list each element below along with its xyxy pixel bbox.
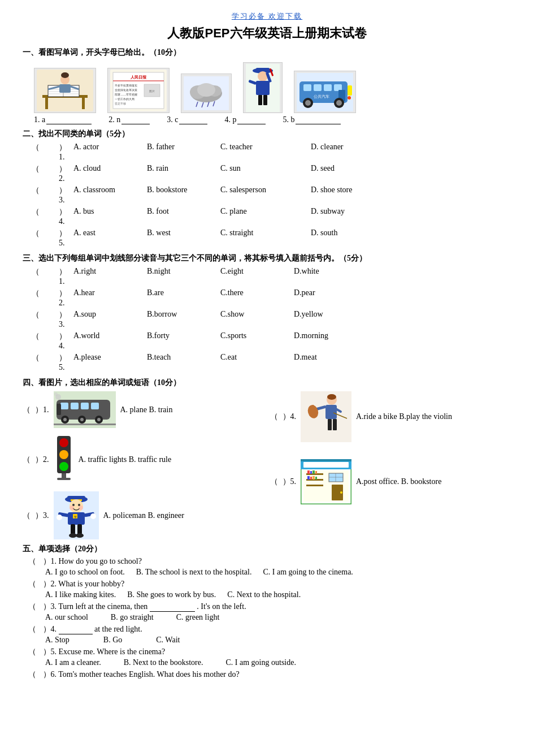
q2-paren: （: [23, 455, 31, 465]
svg-point-135: [340, 491, 342, 494]
svg-rect-103: [71, 524, 75, 534]
q3-options: A. policeman B. engineer: [103, 511, 184, 520]
q3-paren-left: （: [28, 602, 36, 612]
svg-rect-10: [59, 84, 71, 93]
svg-point-106: [76, 533, 84, 538]
q5-num: ）5.: [283, 477, 297, 487]
svg-rect-120: [301, 459, 351, 461]
q4-paren: （: [270, 412, 278, 422]
q6-space: [38, 670, 41, 679]
section4-left: （ ）1.: [23, 391, 264, 539]
q2-space: [38, 580, 41, 589]
q3-num-label: ）3. Turn left at the cinema, then . It's…: [43, 602, 246, 612]
section1-images: 人民日报 不折不扣贯彻落实 全面深化改革决策 部署——牢牢把握 一切工作的大局 …: [34, 62, 511, 113]
pic-q1: （ ）1.: [23, 391, 264, 428]
q6-paren-left: （: [28, 669, 36, 680]
q6-line: （ ）6. Tom's mother teaches English. What…: [28, 669, 511, 680]
table-row: （ ）4. A. bus B. foot C. plane D. subway: [28, 206, 356, 227]
svg-rect-121: [303, 462, 349, 468]
svg-rect-132: [312, 476, 315, 479]
svg-point-83: [59, 450, 68, 459]
svg-rect-47: [314, 84, 322, 91]
svg-point-13: [61, 72, 69, 78]
section1-fill: 1. a 2. n 3. c 4. p 5. b: [34, 115, 511, 124]
fill3: 3. c: [167, 115, 207, 124]
svg-rect-129: [315, 471, 317, 474]
svg-rect-48: [324, 84, 332, 91]
q5-a: A. I am a cleaner.: [45, 658, 101, 667]
section2-questions: （ ）1. A. actor B. father C. teacher D. c…: [28, 141, 356, 249]
sc-q2: （ ）2. What is your hobby? A. I like maki…: [28, 579, 511, 599]
svg-point-66: [63, 418, 67, 421]
svg-rect-133: [315, 477, 317, 479]
svg-rect-3: [82, 98, 85, 109]
svg-point-94: [70, 506, 74, 510]
table-row: （ ）5. A.please B.teach C.eat D.meat: [28, 352, 332, 373]
svg-rect-42: [258, 95, 262, 105]
img3: [181, 74, 232, 113]
q1-b: B. The school is next to the hospital.: [136, 568, 252, 577]
q1-paren: （: [23, 405, 31, 415]
main-title: 人教版PEP六年级英语上册期末试卷: [23, 25, 511, 42]
q4-c: C. Wait: [156, 636, 180, 645]
svg-point-70: [97, 418, 101, 421]
svg-rect-130: [307, 476, 310, 479]
img-policeman-cartoon: 警: [54, 491, 99, 539]
table-row: （ ）1. A.right B.night C.eight D.white: [28, 266, 332, 287]
svg-rect-126: [307, 470, 310, 474]
sc-q5: （ ）5. Excuse me. Where is the cinema? A.…: [28, 647, 511, 667]
pic-q2: （ ）2. A. traffic lights B. traffic rule: [23, 436, 264, 483]
sc-q1: （ ）1. How do you go to school? A. I go t…: [28, 556, 511, 577]
svg-point-54: [336, 100, 342, 106]
q5-paren-left: （: [28, 647, 36, 657]
table-row: （ ）4. A.world B.forty C.sports D.morning: [28, 330, 332, 352]
svg-rect-43: [263, 95, 267, 105]
svg-text:图片: 图片: [149, 89, 155, 93]
svg-rect-104: [77, 524, 82, 534]
fill1: 1. a: [34, 115, 92, 124]
section4-right: （ ）4.: [270, 391, 512, 539]
svg-rect-116: [328, 419, 332, 430]
q4-space: [38, 625, 41, 634]
q1-num-label: ）1. How do you go to school?: [43, 556, 142, 567]
q1-num: ）1.: [35, 405, 49, 415]
q5-options: A.post office. B. bookstore: [356, 477, 441, 486]
svg-point-56: [348, 96, 351, 100]
svg-rect-64: [57, 404, 61, 415]
q2-line: （ ）2. What is your hobby?: [28, 579, 511, 589]
q5-c: C. I am going outside.: [226, 658, 296, 667]
q4-num: ）4.: [283, 412, 297, 422]
svg-point-68: [80, 418, 84, 421]
q5-num-label: ）5. Excuse me. Where is the cinema?: [43, 647, 166, 657]
q4-line: （ ）4. at the red light.: [28, 624, 511, 634]
svg-rect-38: [256, 81, 270, 95]
q1-options: A. plane B. train: [120, 405, 173, 414]
q4-num-label: ）4. at the red light.: [43, 624, 142, 634]
svg-text:警: 警: [73, 516, 76, 519]
q1-answers: A. I go to school on foot. B. The school…: [28, 568, 511, 577]
table-row: （ ）2. A. cloud B. rain C. sun D. seed: [28, 163, 356, 184]
table-row: （ ）3. A.soup B.borrow C.show D.yellow: [28, 309, 332, 330]
q3-line: （ ）3. Turn left at the cinema, then . It…: [28, 602, 511, 612]
table-row: （ ）5. A. east B. west C. straight D. sou…: [28, 227, 356, 249]
svg-text:一切工作的大局: 一切工作的大局: [115, 97, 134, 101]
table-row: （ ）3. A. classroom B. bookstore C. sales…: [28, 184, 356, 206]
q3-b: B. go straight: [111, 613, 154, 622]
svg-rect-61: [71, 403, 79, 409]
q2-paren-left: （: [28, 579, 36, 589]
q2-a: A. I like making kites.: [45, 590, 116, 599]
svg-rect-127: [310, 471, 312, 474]
fill5: 5. b: [283, 115, 341, 124]
pic-q4: （ ）4.: [270, 391, 512, 442]
section1-title: 一、看图写单词，开头字母已给出。（10分）: [23, 47, 511, 58]
q5-space: [38, 647, 41, 656]
table-row: （ ）1. A. actor B. father C. teacher D. c…: [28, 141, 356, 163]
svg-point-29: [197, 83, 215, 97]
section5-title: 五、单项选择（20分）: [23, 544, 511, 554]
svg-rect-2: [45, 98, 48, 109]
q3-num: ）3.: [35, 511, 49, 521]
q3-space: [38, 602, 41, 611]
svg-rect-110: [325, 405, 337, 419]
fill4: 4. p: [224, 115, 266, 124]
img-bookstore: [301, 459, 351, 504]
